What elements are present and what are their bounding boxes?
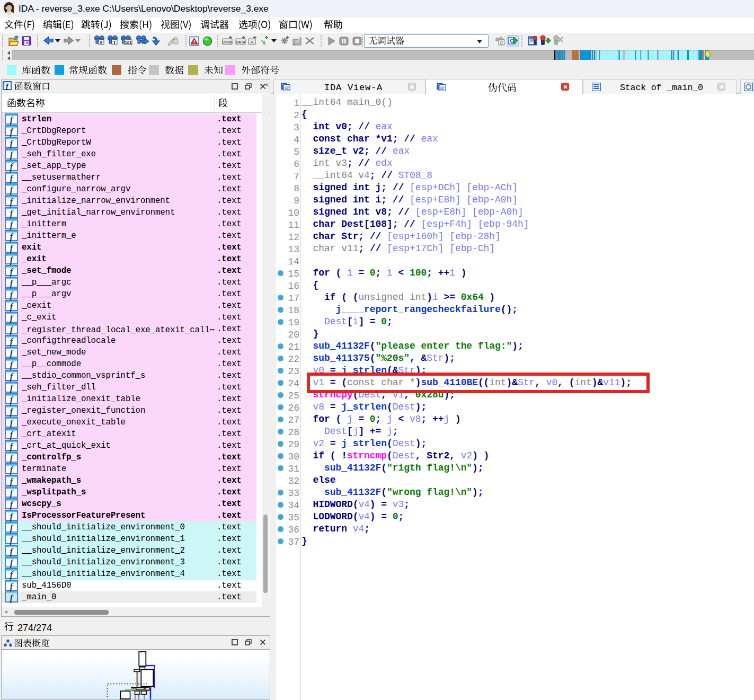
svg-text:CODE: CODE (222, 40, 233, 44)
svg-text:C: C (500, 40, 503, 46)
svg-text:A: A (250, 40, 253, 45)
svg-text:DATA: DATA (236, 40, 245, 44)
svg-text:’s: ’s (261, 38, 265, 46)
svg-text:T: T (113, 40, 116, 45)
svg-text:101: 101 (125, 40, 132, 45)
svg-text:#: # (100, 40, 102, 45)
